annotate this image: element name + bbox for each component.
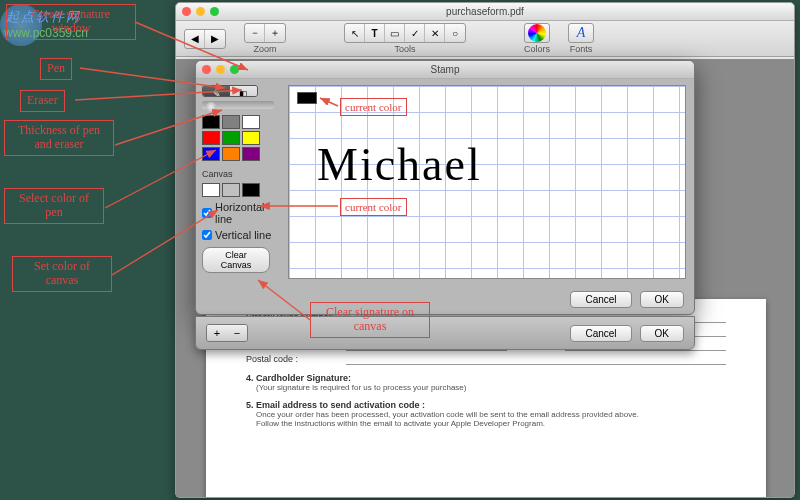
stamp-add-remove[interactable]: + − bbox=[206, 324, 248, 342]
fonts-button[interactable]: A bbox=[568, 23, 594, 43]
zoom-icon[interactable] bbox=[210, 7, 219, 16]
stamp-dialog: Stamp ✎ ◧ Canvas bbox=[195, 60, 695, 315]
canvas-swatch-white[interactable] bbox=[202, 183, 220, 197]
section4-note: (Your signature is required for us to pr… bbox=[256, 383, 726, 392]
remove-stamp-button[interactable]: − bbox=[227, 325, 247, 341]
stamp-list-bar: + − Cancel OK bbox=[195, 316, 695, 350]
stamp-ok-button[interactable]: OK bbox=[640, 291, 684, 308]
pen-eraser-segment[interactable]: ✎ ◧ bbox=[202, 85, 258, 97]
postal-label: Postal code : bbox=[246, 354, 346, 364]
minimize-icon[interactable] bbox=[196, 7, 205, 16]
close-icon[interactable] bbox=[182, 7, 191, 16]
tool-pointer[interactable]: ↖ bbox=[345, 24, 365, 42]
swatch-black[interactable] bbox=[202, 115, 220, 129]
fonts-label: Fonts bbox=[570, 44, 593, 54]
canvas-color-swatches bbox=[202, 183, 282, 197]
stamp-titlebar[interactable]: Stamp bbox=[196, 61, 694, 79]
stampbar-ok-button[interactable]: OK bbox=[640, 325, 684, 342]
color-wheel-icon bbox=[528, 24, 546, 42]
zoom-out-button[interactable]: － bbox=[245, 24, 265, 42]
swatch-purple[interactable] bbox=[242, 147, 260, 161]
app-toolbar: ◀ ▶ － ＋ Zoom ↖ T ▭ ✓ ✕ ○ Tools Colors bbox=[176, 21, 794, 57]
vertical-line-checkbox[interactable]: Vertical line bbox=[202, 229, 282, 241]
swatch-yellow[interactable] bbox=[242, 131, 260, 145]
tools-segment[interactable]: ↖ T ▭ ✓ ✕ ○ bbox=[344, 23, 466, 43]
zoom-in-button[interactable]: ＋ bbox=[265, 24, 285, 42]
anno-create-window: Create signature window bbox=[6, 4, 136, 40]
minimize-icon[interactable] bbox=[216, 65, 225, 74]
stampbar-cancel-button[interactable]: Cancel bbox=[570, 325, 631, 342]
zoom-label: Zoom bbox=[253, 44, 276, 54]
pen-tool[interactable]: ✎ bbox=[203, 86, 230, 97]
close-icon[interactable] bbox=[202, 65, 211, 74]
canvas-section-label: Canvas bbox=[202, 169, 282, 179]
section5-note1: Once your order has been processed, your… bbox=[256, 410, 726, 419]
tool-stamp[interactable]: ○ bbox=[445, 24, 465, 42]
postal-field[interactable] bbox=[346, 353, 726, 365]
stamp-title: Stamp bbox=[431, 64, 460, 75]
traffic-lights[interactable] bbox=[182, 7, 219, 16]
canvas-swatch-black[interactable] bbox=[242, 183, 260, 197]
clear-canvas-button[interactable]: Clear Canvas bbox=[202, 247, 270, 273]
tools-label: Tools bbox=[394, 44, 415, 54]
anno-current-color-1: current color bbox=[340, 98, 407, 116]
stamp-cancel-button[interactable]: Cancel bbox=[570, 291, 631, 308]
swatch-white[interactable] bbox=[242, 115, 260, 129]
stamp-tools-panel: ✎ ◧ Canvas Horizontal line bbox=[196, 79, 288, 279]
anno-clear-signature: Clear signature on canvas bbox=[310, 302, 430, 338]
swatch-gray[interactable] bbox=[222, 115, 240, 129]
swatch-green[interactable] bbox=[222, 131, 240, 145]
anno-thickness: Thickness of pen and eraser bbox=[4, 120, 114, 156]
nav-segment[interactable]: ◀ ▶ bbox=[184, 29, 226, 49]
colors-label: Colors bbox=[524, 44, 550, 54]
window-title: purchaseform.pdf bbox=[446, 6, 524, 17]
eraser-tool[interactable]: ◧ bbox=[230, 86, 257, 97]
anno-pen: Pen bbox=[40, 58, 72, 80]
thickness-slider[interactable] bbox=[202, 101, 274, 109]
horizontal-line-checkbox[interactable]: Horizontal line bbox=[202, 201, 282, 225]
signature-drawing: Michael bbox=[317, 138, 482, 191]
anno-eraser: Eraser bbox=[20, 90, 65, 112]
anno-set-canvas-color: Set color of canvas bbox=[12, 256, 112, 292]
current-color-indicator bbox=[297, 92, 317, 104]
tool-check[interactable]: ✓ bbox=[405, 24, 425, 42]
anno-current-color-2: current color bbox=[340, 198, 407, 216]
nav-next-button[interactable]: ▶ bbox=[205, 30, 225, 48]
pen-color-palette bbox=[202, 115, 282, 161]
colors-button[interactable] bbox=[524, 23, 550, 43]
swatch-orange[interactable] bbox=[222, 147, 240, 161]
canvas-swatch-gray[interactable] bbox=[222, 183, 240, 197]
section5-note2: Follow the instructions within the email… bbox=[256, 419, 726, 428]
tool-rect[interactable]: ▭ bbox=[385, 24, 405, 42]
section4-heading: 4. Cardholder Signature: bbox=[246, 373, 726, 383]
anno-select-color: Select color of pen bbox=[4, 188, 104, 224]
nav-prev-button[interactable]: ◀ bbox=[185, 30, 205, 48]
window-titlebar[interactable]: purchaseform.pdf bbox=[176, 3, 794, 21]
tool-x[interactable]: ✕ bbox=[425, 24, 445, 42]
tool-text[interactable]: T bbox=[365, 24, 385, 42]
swatch-red[interactable] bbox=[202, 131, 220, 145]
zoom-segment[interactable]: － ＋ bbox=[244, 23, 286, 43]
add-stamp-button[interactable]: + bbox=[207, 325, 227, 341]
section5-heading: 5. Email address to send activation code… bbox=[246, 400, 726, 410]
swatch-blue[interactable] bbox=[202, 147, 220, 161]
zoom-icon[interactable] bbox=[230, 65, 239, 74]
